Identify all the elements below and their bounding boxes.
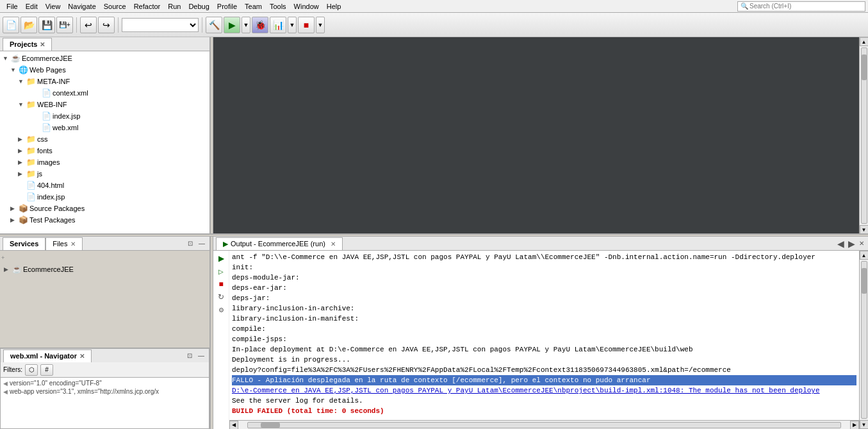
- menu-edit[interactable]: Edit: [22, 1, 42, 12]
- close-navigator-tab[interactable]: ✕: [79, 353, 85, 360]
- undo-btn[interactable]: ↩: [80, 17, 97, 33]
- search-box[interactable]: 🔍: [737, 1, 865, 12]
- search-input[interactable]: [749, 3, 852, 10]
- tree-item-project[interactable]: ▼ ☕ EcommerceJEE: [0, 53, 209, 64]
- tab-projects[interactable]: Projects ✕: [3, 38, 52, 51]
- hscroll-right[interactable]: ▶: [850, 421, 859, 430]
- tab-services[interactable]: Services: [3, 237, 45, 250]
- new-project-btn[interactable]: 📄: [3, 17, 19, 33]
- hscroll-left[interactable]: ◀: [229, 421, 238, 430]
- projects-vscrollbar[interactable]: ▲ ▼: [859, 37, 868, 234]
- tab-navigator[interactable]: web.xml - Navigator ✕: [3, 349, 92, 362]
- menu-navigate[interactable]: Navigate: [64, 1, 99, 12]
- services-close-btn[interactable]: —: [197, 239, 207, 249]
- output-content[interactable]: ant -f "D:\\e-Commerce en JAVA EE,JSP,JS…: [229, 251, 859, 420]
- tree-item-404[interactable]: 📄 404.html: [0, 180, 209, 191]
- expand-metainf[interactable]: ▼: [18, 78, 26, 85]
- tree-item-source-packages[interactable]: ▶ 📦 Source Packages: [0, 203, 209, 214]
- tree-item-webinf[interactable]: ▼ 📁 WEB-INF: [0, 99, 209, 110]
- stop-btn[interactable]: ■: [298, 17, 315, 33]
- navigator-close-btn[interactable]: —: [196, 351, 206, 361]
- services-restore-btn[interactable]: ⊡: [185, 239, 195, 249]
- tree-item-fonts[interactable]: ▶ 📁 fonts: [0, 145, 209, 156]
- vscroll-track[interactable]: [861, 47, 867, 224]
- tree-item-images[interactable]: ▶ 📁 images: [0, 156, 209, 168]
- run-play2-btn[interactable]: ▷: [215, 265, 227, 278]
- save-all-btn[interactable]: 💾+: [56, 17, 73, 33]
- menu-debug[interactable]: Debug: [184, 1, 213, 12]
- output-vscroll-thumb[interactable]: [862, 268, 867, 294]
- output-hscrollbar[interactable]: ◀ ▶: [229, 420, 859, 429]
- menu-profile[interactable]: Profile: [213, 1, 241, 12]
- nav-item-1[interactable]: ◀ web-app version="3.1", xmlns="http://x…: [2, 387, 208, 396]
- menu-file[interactable]: File: [3, 1, 22, 12]
- profile-btn[interactable]: 📊: [270, 17, 286, 33]
- menu-help[interactable]: Help: [323, 1, 345, 12]
- services-tree[interactable]: + ▶ ☕ EcommerceJEE: [0, 251, 209, 348]
- tree-item-webxml[interactable]: 📄 web.xml: [0, 122, 209, 133]
- output-next-btn[interactable]: ▶: [847, 239, 856, 249]
- redo-btn[interactable]: ↪: [98, 17, 115, 33]
- tree-item-index-jsp[interactable]: 📄 index.jsp: [0, 191, 209, 203]
- save-btn[interactable]: 💾: [38, 17, 55, 33]
- tree-item-webpages[interactable]: ▼ 🌐 Web Pages: [0, 64, 209, 76]
- close-projects-tab[interactable]: ✕: [40, 41, 45, 48]
- tree-item-metainf[interactable]: ▼ 📁 META-INF: [0, 76, 209, 87]
- output-close-btn[interactable]: ✕: [858, 240, 865, 247]
- vscroll-up[interactable]: ▲: [860, 37, 869, 46]
- expand-webinf[interactable]: ▼: [18, 101, 26, 108]
- expand-webpages[interactable]: ▼: [10, 67, 18, 73]
- debug-btn[interactable]: 🐞: [252, 17, 268, 33]
- nav-item-0[interactable]: ◀ version="1.0" encoding="UTF-8": [2, 379, 208, 387]
- expand-project[interactable]: ▼: [3, 55, 10, 62]
- filter-btn-1[interactable]: ⬡: [25, 364, 38, 376]
- menu-view[interactable]: View: [42, 1, 65, 12]
- run-btn[interactable]: ▶: [224, 17, 240, 33]
- expand-source[interactable]: ▶: [10, 205, 18, 212]
- tree-item-test-packages[interactable]: ▶ 📦 Test Packages: [0, 214, 209, 226]
- hscroll-thumb[interactable]: [261, 423, 280, 428]
- run-stop-btn[interactable]: ■: [215, 278, 227, 290]
- profile-split-btn[interactable]: ▼: [288, 17, 297, 33]
- tree-item-context-xml[interactable]: 📄 context.xml: [0, 87, 209, 99]
- expand-fonts[interactable]: ▶: [18, 147, 26, 154]
- menu-tools[interactable]: Tools: [266, 1, 290, 12]
- menu-source[interactable]: Source: [100, 1, 130, 12]
- filter-btn-2[interactable]: #: [40, 364, 53, 376]
- project-selector[interactable]: [122, 18, 199, 32]
- navigator-restore-btn[interactable]: ⊡: [184, 351, 195, 361]
- vscroll-thumb[interactable]: [862, 55, 867, 80]
- output-vscroll-down[interactable]: ▼: [860, 420, 869, 429]
- vscroll-down[interactable]: ▼: [860, 225, 869, 234]
- output-vscroll-up[interactable]: ▲: [860, 251, 869, 260]
- menu-team[interactable]: Team: [241, 1, 266, 12]
- expand-ecommercejee-service[interactable]: ▶: [4, 266, 12, 273]
- stop-split-btn[interactable]: ▼: [316, 17, 325, 33]
- run-rerun-btn[interactable]: ↻: [215, 290, 227, 303]
- expand-images[interactable]: ▶: [18, 159, 26, 165]
- expand-test[interactable]: ▶: [10, 217, 18, 223]
- tab-output[interactable]: ▶ Output - EcommerceJEE (run) ✕: [216, 237, 343, 250]
- clean-build-btn[interactable]: 🔨: [206, 17, 222, 33]
- tab-files[interactable]: Files ✕: [45, 237, 82, 250]
- expand-css[interactable]: ▶: [18, 136, 26, 142]
- menu-refactor[interactable]: Refactor: [130, 1, 165, 12]
- run-split-btn[interactable]: ▼: [242, 17, 250, 33]
- tree-item-index-jsp-webinf[interactable]: 📄 index.jsp: [0, 110, 209, 122]
- expand-services[interactable]: +: [1, 255, 9, 261]
- output-vscrollbar[interactable]: ▲ ▼: [859, 251, 868, 429]
- projects-tree-scroll[interactable]: ▼ ☕ EcommerceJEE ▼ 🌐 Web Pages ▼: [0, 51, 209, 233]
- output-vscroll-track[interactable]: [861, 261, 867, 419]
- tree-item-css[interactable]: ▶ 📁 css: [0, 133, 209, 145]
- hscroll-track[interactable]: [247, 422, 841, 428]
- services-add-btn[interactable]: +: [1, 252, 208, 264]
- open-project-btn[interactable]: 📂: [20, 17, 37, 33]
- expand-js[interactable]: ▶: [18, 171, 26, 177]
- menu-window[interactable]: Window: [290, 1, 323, 12]
- tree-item-ecommercejee-service[interactable]: ▶ ☕ EcommerceJEE: [1, 264, 208, 275]
- run-settings-btn[interactable]: ⚙: [215, 303, 227, 316]
- close-files-tab[interactable]: ✕: [70, 240, 76, 248]
- output-line[interactable]: D:\e-Commerce en JAVA EE,JSP,JSTL con pa…: [232, 385, 856, 396]
- menu-run[interactable]: Run: [164, 1, 184, 12]
- output-prev-btn[interactable]: ◀: [836, 239, 846, 249]
